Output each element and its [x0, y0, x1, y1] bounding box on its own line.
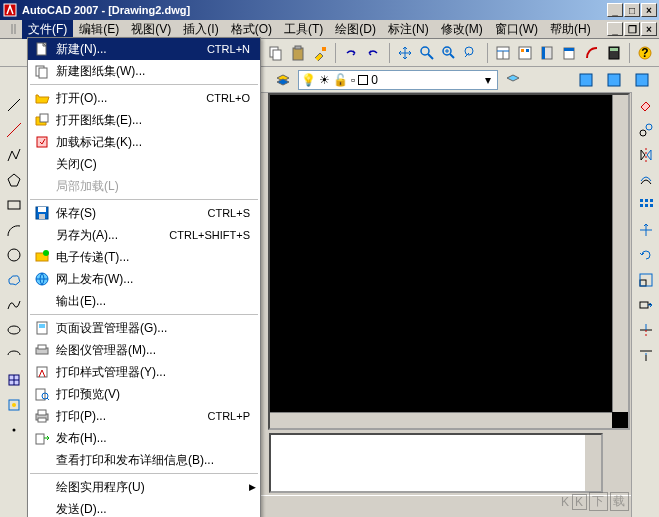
ellipse-button[interactable]: [3, 319, 25, 341]
circle-button[interactable]: [3, 244, 25, 266]
paste-button[interactable]: [288, 42, 308, 64]
menu-file[interactable]: 文件(F): [22, 20, 73, 39]
maximize-button[interactable]: □: [624, 3, 640, 17]
canvas-scrollbar-h[interactable]: [270, 412, 612, 428]
undo-button[interactable]: [341, 42, 361, 64]
menu-help[interactable]: 帮助(H): [544, 20, 597, 39]
trim-button[interactable]: [635, 319, 657, 341]
file-menu-item[interactable]: 打印(P)...CTRL+P: [28, 405, 260, 427]
erase-button[interactable]: [635, 94, 657, 116]
make-block-button[interactable]: [3, 394, 25, 416]
menu-insert[interactable]: 插入(I): [177, 20, 224, 39]
menu-window[interactable]: 窗口(W): [489, 20, 544, 39]
layer-previous-button[interactable]: [502, 69, 524, 91]
svg-point-14: [465, 47, 473, 55]
file-menu-item[interactable]: 网上发布(W)...: [28, 268, 260, 290]
file-menu-item[interactable]: 保存(S)CTRL+S: [28, 202, 260, 224]
point-button[interactable]: [3, 419, 25, 441]
offset-button[interactable]: [635, 169, 657, 191]
file-menu-item[interactable]: 新建(N)...CTRL+N: [28, 38, 260, 60]
arc-button[interactable]: [3, 219, 25, 241]
polygon-button[interactable]: [3, 169, 25, 191]
file-menu-item[interactable]: 发送(D)...: [28, 498, 260, 517]
file-menu-item[interactable]: 另存为(A)...CTRL+SHIFT+S: [28, 224, 260, 246]
menu-dimension[interactable]: 标注(N): [382, 20, 435, 39]
layer-props-button[interactable]: [272, 69, 294, 91]
file-menu-item[interactable]: 打开(O)...CTRL+O: [28, 87, 260, 109]
quickcalc-button[interactable]: [604, 42, 624, 64]
help-button[interactable]: ?: [635, 42, 655, 64]
file-menu-item[interactable]: 绘图实用程序(U)▶: [28, 476, 260, 498]
svg-rect-49: [645, 204, 648, 207]
rotate-button[interactable]: [635, 244, 657, 266]
svg-rect-31: [636, 74, 648, 86]
file-menu-item[interactable]: 关闭(C): [28, 153, 260, 175]
menu-edit[interactable]: 编辑(E): [73, 20, 125, 39]
zoom-window-button[interactable]: [439, 42, 459, 64]
file-menu-item[interactable]: 页面设置管理器(G)...: [28, 317, 260, 339]
array-button[interactable]: [635, 194, 657, 216]
layer-combo[interactable]: 💡 ☀ 🔓 ▫ 0 ▾: [298, 70, 498, 90]
stretch-button[interactable]: [635, 294, 657, 316]
xline-button[interactable]: [3, 119, 25, 141]
canvas-scrollbar-v[interactable]: [612, 95, 628, 412]
svg-point-69: [43, 250, 49, 256]
file-menu-item[interactable]: 输出(E)...: [28, 290, 260, 312]
bylayer-1-button[interactable]: [575, 69, 597, 91]
tool-palettes-button[interactable]: [537, 42, 557, 64]
line-button[interactable]: [3, 94, 25, 116]
markup-button[interactable]: [581, 42, 601, 64]
doc-minimize-button[interactable]: _: [607, 22, 623, 36]
file-menu-item[interactable]: 打印样式管理器(Y)...: [28, 361, 260, 383]
pline-button[interactable]: [3, 144, 25, 166]
revcloud-button[interactable]: [3, 269, 25, 291]
command-line[interactable]: [269, 433, 603, 493]
mirror-button[interactable]: [635, 144, 657, 166]
match-prop-button[interactable]: [310, 42, 330, 64]
copy-button[interactable]: [265, 42, 285, 64]
file-menu-item[interactable]: 打开图纸集(E)...: [28, 109, 260, 131]
layer-dropdown-arrow[interactable]: ▾: [481, 73, 495, 87]
menu-modify[interactable]: 修改(M): [435, 20, 489, 39]
file-menu-item[interactable]: 加载标记集(K)...: [28, 131, 260, 153]
spline-button[interactable]: [3, 294, 25, 316]
redo-button[interactable]: [363, 42, 383, 64]
scale-button[interactable]: [635, 269, 657, 291]
svg-rect-64: [37, 137, 47, 147]
menu-view[interactable]: 视图(V): [125, 20, 177, 39]
svg-rect-29: [580, 74, 592, 86]
menu-draw[interactable]: 绘图(D): [329, 20, 382, 39]
designcenter-button[interactable]: [515, 42, 535, 64]
svg-point-37: [8, 326, 20, 334]
copy-obj-button[interactable]: [635, 119, 657, 141]
move-button[interactable]: [635, 219, 657, 241]
bylayer-3-button[interactable]: [631, 69, 653, 91]
svg-line-13: [450, 54, 454, 58]
model-canvas[interactable]: [268, 93, 630, 430]
menu-tools[interactable]: 工具(T): [278, 20, 329, 39]
minimize-button[interactable]: _: [607, 3, 623, 17]
properties-button[interactable]: [492, 42, 512, 64]
close-button[interactable]: ×: [641, 3, 657, 17]
insert-block-button[interactable]: [3, 369, 25, 391]
doc-close-button[interactable]: ×: [641, 22, 657, 36]
pan-button[interactable]: [395, 42, 415, 64]
file-menu-item[interactable]: 查看打印和发布详细信息(B)...: [28, 449, 260, 471]
bylayer-2-button[interactable]: [603, 69, 625, 91]
sheet-set-button[interactable]: [559, 42, 579, 64]
cmd-scrollbar-v[interactable]: [585, 435, 601, 491]
zoom-previous-button[interactable]: [461, 42, 481, 64]
rectangle-button[interactable]: [3, 194, 25, 216]
file-menu-item[interactable]: 电子传递(T)...: [28, 246, 260, 268]
file-menu-item[interactable]: 新建图纸集(W)...: [28, 60, 260, 82]
ellipse-arc-button[interactable]: [3, 344, 25, 366]
svg-rect-9: [322, 47, 326, 51]
file-menu-item[interactable]: 绘图仪管理器(M)...: [28, 339, 260, 361]
extend-button[interactable]: [635, 344, 657, 366]
menu-item-label: 打印(P)...: [52, 408, 208, 425]
doc-restore-button[interactable]: ❐: [624, 22, 640, 36]
menu-format[interactable]: 格式(O): [225, 20, 278, 39]
zoom-realtime-button[interactable]: [417, 42, 437, 64]
file-menu-item[interactable]: 打印预览(V): [28, 383, 260, 405]
file-menu-item[interactable]: 发布(H)...: [28, 427, 260, 449]
